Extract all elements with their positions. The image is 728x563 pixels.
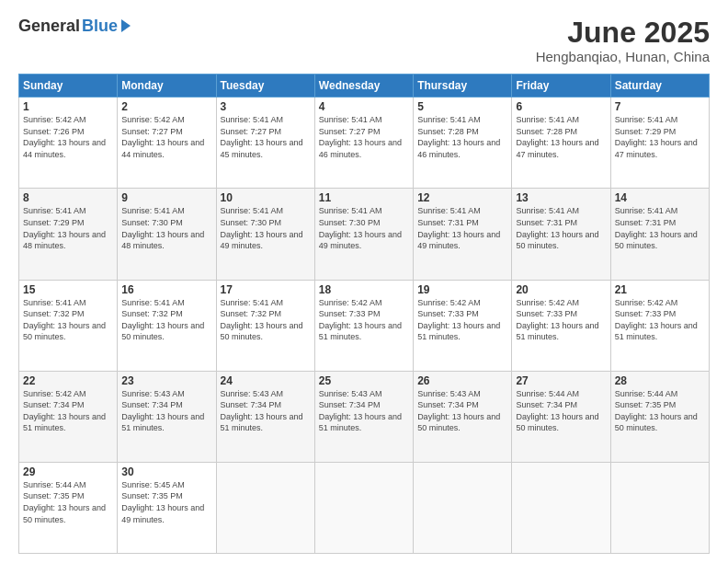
table-row: 4 Sunrise: 5:41 AMSunset: 7:27 PMDayligh… — [314, 98, 413, 189]
day-info: Sunrise: 5:42 AMSunset: 7:33 PMDaylight:… — [319, 298, 402, 342]
day-info: Sunrise: 5:41 AMSunset: 7:27 PMDaylight:… — [319, 115, 402, 159]
day-info: Sunrise: 5:42 AMSunset: 7:33 PMDaylight:… — [615, 298, 698, 342]
table-row: 26 Sunrise: 5:43 AMSunset: 7:34 PMDaylig… — [414, 371, 512, 462]
day-number: 12 — [417, 191, 507, 204]
day-number: 6 — [516, 100, 606, 113]
day-info: Sunrise: 5:41 AMSunset: 7:32 PMDaylight:… — [23, 298, 106, 342]
day-info: Sunrise: 5:41 AMSunset: 7:27 PMDaylight:… — [221, 115, 303, 159]
header-sunday: Sunday — [19, 75, 118, 98]
day-number: 14 — [615, 191, 705, 204]
day-info: Sunrise: 5:43 AMSunset: 7:34 PMDaylight:… — [417, 389, 500, 433]
day-number: 3 — [221, 100, 311, 113]
table-row: 22 Sunrise: 5:42 AMSunset: 7:34 PMDaylig… — [19, 371, 118, 462]
logo-triangle-icon — [121, 19, 131, 32]
day-number: 19 — [417, 283, 507, 296]
day-number: 23 — [121, 374, 211, 387]
calendar-week-1: 1 Sunrise: 5:42 AMSunset: 7:26 PMDayligh… — [19, 98, 710, 189]
table-row: 29 Sunrise: 5:44 AMSunset: 7:35 PMDaylig… — [19, 462, 118, 553]
table-row: 12 Sunrise: 5:41 AMSunset: 7:31 PMDaylig… — [414, 189, 512, 280]
table-row: 8 Sunrise: 5:41 AMSunset: 7:29 PMDayligh… — [19, 189, 118, 280]
table-row: 15 Sunrise: 5:41 AMSunset: 7:32 PMDaylig… — [19, 280, 118, 371]
day-info: Sunrise: 5:41 AMSunset: 7:31 PMDaylight:… — [516, 206, 598, 250]
day-info: Sunrise: 5:41 AMSunset: 7:32 PMDaylight:… — [221, 298, 303, 342]
day-number: 30 — [121, 465, 211, 478]
table-row: 14 Sunrise: 5:41 AMSunset: 7:31 PMDaylig… — [610, 189, 709, 280]
header-saturday: Saturday — [610, 75, 709, 98]
day-info: Sunrise: 5:43 AMSunset: 7:34 PMDaylight:… — [319, 389, 402, 433]
empty-cell — [414, 462, 512, 553]
empty-cell — [610, 462, 709, 553]
day-info: Sunrise: 5:44 AMSunset: 7:34 PMDaylight:… — [516, 389, 598, 433]
calendar-week-4: 22 Sunrise: 5:42 AMSunset: 7:34 PMDaylig… — [19, 371, 710, 462]
day-info: Sunrise: 5:45 AMSunset: 7:35 PMDaylight:… — [121, 480, 204, 524]
calendar-week-5: 29 Sunrise: 5:44 AMSunset: 7:35 PMDaylig… — [19, 462, 710, 553]
table-row: 5 Sunrise: 5:41 AMSunset: 7:28 PMDayligh… — [414, 98, 512, 189]
calendar-title: June 2025 — [536, 17, 710, 49]
page: General Blue June 2025 Hengbanqiao, Huna… — [0, 0, 728, 563]
day-info: Sunrise: 5:41 AMSunset: 7:30 PMDaylight:… — [319, 206, 402, 250]
day-info: Sunrise: 5:42 AMSunset: 7:33 PMDaylight:… — [417, 298, 500, 342]
day-number: 7 — [615, 100, 705, 113]
day-info: Sunrise: 5:43 AMSunset: 7:34 PMDaylight:… — [221, 389, 303, 433]
calendar-subtitle: Hengbanqiao, Hunan, China — [536, 49, 710, 64]
table-row: 19 Sunrise: 5:42 AMSunset: 7:33 PMDaylig… — [414, 280, 512, 371]
day-number: 11 — [319, 191, 409, 204]
table-row: 24 Sunrise: 5:43 AMSunset: 7:34 PMDaylig… — [216, 371, 314, 462]
day-info: Sunrise: 5:41 AMSunset: 7:31 PMDaylight:… — [417, 206, 500, 250]
day-info: Sunrise: 5:41 AMSunset: 7:32 PMDaylight:… — [121, 298, 204, 342]
table-row: 1 Sunrise: 5:42 AMSunset: 7:26 PMDayligh… — [19, 98, 118, 189]
calendar-table: Sunday Monday Tuesday Wednesday Thursday… — [18, 74, 710, 554]
calendar-week-3: 15 Sunrise: 5:41 AMSunset: 7:32 PMDaylig… — [19, 280, 710, 371]
table-row: 7 Sunrise: 5:41 AMSunset: 7:29 PMDayligh… — [610, 98, 709, 189]
day-number: 4 — [319, 100, 409, 113]
header-monday: Monday — [118, 75, 216, 98]
day-info: Sunrise: 5:41 AMSunset: 7:31 PMDaylight:… — [615, 206, 698, 250]
table-row: 11 Sunrise: 5:41 AMSunset: 7:30 PMDaylig… — [314, 189, 413, 280]
day-number: 20 — [516, 283, 606, 296]
table-row: 23 Sunrise: 5:43 AMSunset: 7:34 PMDaylig… — [118, 371, 216, 462]
day-info: Sunrise: 5:41 AMSunset: 7:29 PMDaylight:… — [615, 115, 698, 159]
day-info: Sunrise: 5:41 AMSunset: 7:30 PMDaylight:… — [121, 206, 204, 250]
day-number: 22 — [23, 374, 113, 387]
empty-cell — [512, 462, 610, 553]
day-number: 16 — [121, 283, 211, 296]
table-row: 6 Sunrise: 5:41 AMSunset: 7:28 PMDayligh… — [512, 98, 610, 189]
day-info: Sunrise: 5:41 AMSunset: 7:30 PMDaylight:… — [221, 206, 303, 250]
day-number: 1 — [23, 100, 113, 113]
day-number: 13 — [516, 191, 606, 204]
header-wednesday: Wednesday — [314, 75, 413, 98]
day-info: Sunrise: 5:41 AMSunset: 7:28 PMDaylight:… — [516, 115, 598, 159]
day-info: Sunrise: 5:41 AMSunset: 7:28 PMDaylight:… — [417, 115, 500, 159]
table-row: 30 Sunrise: 5:45 AMSunset: 7:35 PMDaylig… — [118, 462, 216, 553]
table-row: 10 Sunrise: 5:41 AMSunset: 7:30 PMDaylig… — [216, 189, 314, 280]
day-number: 21 — [615, 283, 705, 296]
day-number: 18 — [319, 283, 409, 296]
logo-general-text: General — [18, 17, 80, 36]
day-info: Sunrise: 5:41 AMSunset: 7:29 PMDaylight:… — [23, 206, 106, 250]
header-friday: Friday — [512, 75, 610, 98]
table-row: 13 Sunrise: 5:41 AMSunset: 7:31 PMDaylig… — [512, 189, 610, 280]
table-row: 18 Sunrise: 5:42 AMSunset: 7:33 PMDaylig… — [314, 280, 413, 371]
calendar-week-2: 8 Sunrise: 5:41 AMSunset: 7:29 PMDayligh… — [19, 189, 710, 280]
day-number: 24 — [221, 374, 311, 387]
title-block: June 2025 Hengbanqiao, Hunan, China — [536, 17, 710, 64]
header: General Blue June 2025 Hengbanqiao, Huna… — [18, 17, 710, 64]
table-row: 25 Sunrise: 5:43 AMSunset: 7:34 PMDaylig… — [314, 371, 413, 462]
table-row: 20 Sunrise: 5:42 AMSunset: 7:33 PMDaylig… — [512, 280, 610, 371]
logo-blue-text: Blue — [82, 17, 118, 36]
day-number: 28 — [615, 374, 705, 387]
day-info: Sunrise: 5:42 AMSunset: 7:33 PMDaylight:… — [516, 298, 598, 342]
header-tuesday: Tuesday — [216, 75, 314, 98]
table-row: 28 Sunrise: 5:44 AMSunset: 7:35 PMDaylig… — [610, 371, 709, 462]
day-info: Sunrise: 5:44 AMSunset: 7:35 PMDaylight:… — [615, 389, 698, 433]
table-row: 17 Sunrise: 5:41 AMSunset: 7:32 PMDaylig… — [216, 280, 314, 371]
day-number: 27 — [516, 374, 606, 387]
day-number: 25 — [319, 374, 409, 387]
day-number: 17 — [221, 283, 311, 296]
day-info: Sunrise: 5:43 AMSunset: 7:34 PMDaylight:… — [121, 389, 204, 433]
day-number: 9 — [121, 191, 211, 204]
table-row: 16 Sunrise: 5:41 AMSunset: 7:32 PMDaylig… — [118, 280, 216, 371]
day-info: Sunrise: 5:44 AMSunset: 7:35 PMDaylight:… — [23, 480, 106, 524]
header-row: Sunday Monday Tuesday Wednesday Thursday… — [19, 75, 710, 98]
day-number: 29 — [23, 465, 113, 478]
